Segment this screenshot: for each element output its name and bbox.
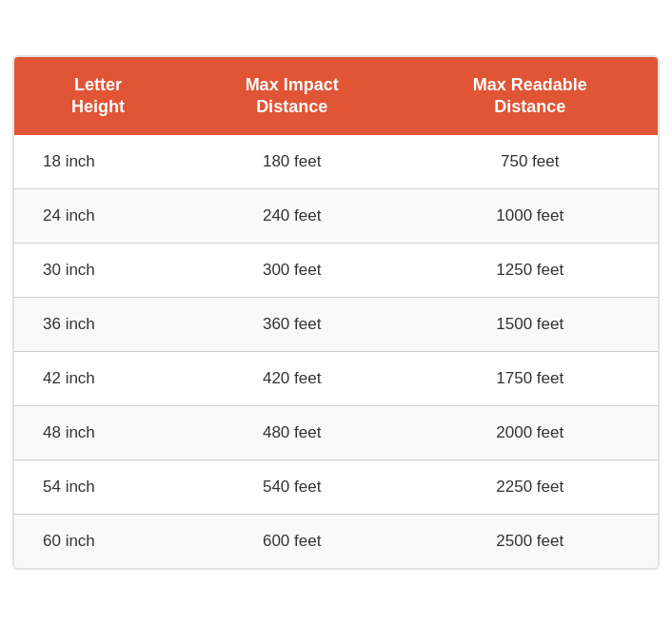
cell-max-impact: 240 feet: [182, 189, 403, 244]
table-row: 36 inch360 feet1500 feet: [14, 298, 658, 352]
table-row: 42 inch420 feet1750 feet: [14, 352, 658, 406]
cell-max-impact: 180 feet: [182, 135, 403, 189]
cell-max-impact: 300 feet: [182, 244, 403, 298]
cell-max-readable: 750 feet: [402, 135, 658, 189]
table-row: 54 inch540 feet2250 feet: [14, 460, 658, 515]
table-row: 48 inch480 feet2000 feet: [14, 406, 658, 460]
cell-letter-height: 24 inch: [14, 189, 182, 244]
cell-max-readable: 2000 feet: [402, 406, 658, 460]
cell-max-impact: 420 feet: [182, 352, 403, 406]
table-row: 30 inch300 feet1250 feet: [14, 244, 658, 298]
col-header-max-readable: Max ReadableDistance: [402, 57, 658, 136]
cell-max-readable: 2250 feet: [402, 460, 658, 515]
cell-letter-height: 18 inch: [14, 135, 182, 189]
col-header-max-impact: Max ImpactDistance: [182, 57, 403, 136]
table-row: 24 inch240 feet1000 feet: [14, 189, 658, 244]
col-header-letter-height: LetterHeight: [14, 57, 182, 136]
cell-max-readable: 1750 feet: [402, 352, 658, 406]
cell-letter-height: 60 inch: [14, 515, 182, 569]
cell-letter-height: 30 inch: [14, 244, 182, 298]
cell-letter-height: 36 inch: [14, 298, 182, 352]
cell-max-impact: 600 feet: [182, 515, 403, 569]
distance-table-wrapper: LetterHeight Max ImpactDistance Max Read…: [12, 55, 660, 571]
table-header-row: LetterHeight Max ImpactDistance Max Read…: [14, 57, 658, 136]
cell-max-readable: 1000 feet: [402, 189, 658, 244]
cell-letter-height: 42 inch: [14, 352, 182, 406]
table-row: 60 inch600 feet2500 feet: [14, 515, 658, 569]
cell-max-impact: 480 feet: [182, 406, 403, 460]
cell-letter-height: 54 inch: [14, 460, 182, 515]
cell-max-readable: 1250 feet: [402, 244, 658, 298]
cell-max-readable: 2500 feet: [402, 515, 658, 569]
distance-table: LetterHeight Max ImpactDistance Max Read…: [14, 57, 658, 569]
cell-max-impact: 360 feet: [182, 298, 403, 352]
table-row: 18 inch180 feet750 feet: [14, 135, 658, 189]
cell-max-impact: 540 feet: [182, 460, 403, 515]
cell-max-readable: 1500 feet: [402, 298, 658, 352]
cell-letter-height: 48 inch: [14, 406, 182, 460]
